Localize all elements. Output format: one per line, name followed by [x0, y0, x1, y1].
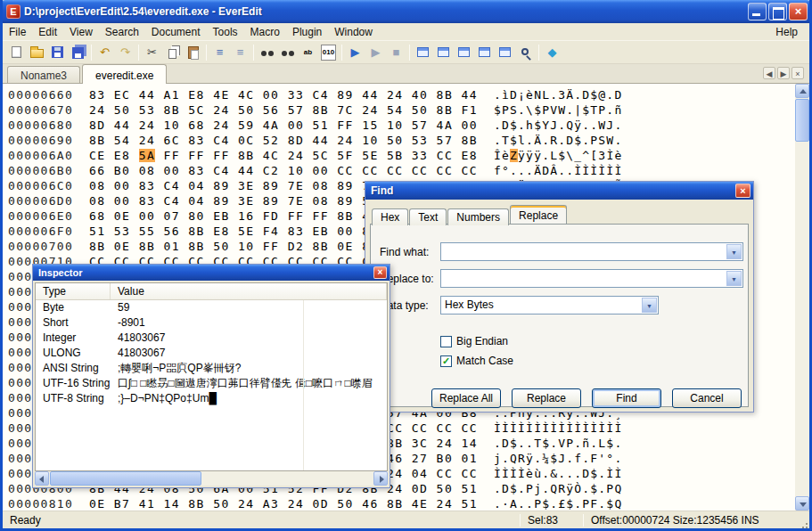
outdent-button[interactable]: ≡: [230, 43, 250, 62]
layout-list-button[interactable]: [413, 43, 433, 62]
plugin-button[interactable]: ◆: [542, 43, 562, 62]
inspector-titlebar[interactable]: Inspector ×: [33, 265, 390, 281]
find-tab-replace[interactable]: Replace: [510, 205, 567, 224]
paste-button[interactable]: [183, 43, 203, 62]
inspector-scroll-left-icon[interactable]: [35, 471, 49, 486]
data-type-combobox[interactable]: Hex Bytes ▼: [440, 296, 659, 315]
inspector-row[interactable]: Short-8901: [36, 315, 387, 331]
inspector-row[interactable]: UTF-8 String;}–D¬PN‡QPo‡Um█: [36, 391, 387, 406]
zoom-button[interactable]: [515, 43, 536, 62]
menu-edit[interactable]: Edit: [32, 24, 63, 40]
menu-view[interactable]: View: [63, 24, 99, 40]
tab-close-icon[interactable]: ×: [791, 67, 804, 79]
layout-columns-button[interactable]: [433, 43, 454, 62]
inspector-row[interactable]: ULONG41803067: [36, 346, 387, 361]
menu-search[interactable]: Search: [99, 24, 145, 40]
scrollbar-thumb[interactable]: [795, 99, 809, 142]
maximize-button[interactable]: [768, 3, 787, 20]
menu-plugin[interactable]: Plugin: [286, 24, 328, 40]
inspector-scroll-thumb[interactable]: [50, 471, 201, 486]
inspector-col-value: Value: [111, 283, 387, 299]
hex-row[interactable]: 000006908B 54 24 6C 83 C4 0C 52 8D 44 24…: [3, 133, 809, 148]
run-macro-button[interactable]: ▶: [345, 43, 365, 62]
inspector-row[interactable]: Integer41803067: [36, 331, 387, 346]
inspector-window: Inspector × Type Value Byte59Short-8901I…: [32, 264, 390, 488]
find-tab-numbers[interactable]: Numbers: [447, 208, 509, 225]
hex-row[interactable]: 0000067024 50 53 8B 5C 24 50 56 57 8B 7C…: [3, 102, 809, 118]
menu-help[interactable]: Help: [769, 24, 804, 40]
new-file-button[interactable]: [6, 43, 27, 62]
hex-row[interactable]: 000008100E B7 41 14 8B 50 24 A3 24 0D 50…: [3, 496, 809, 511]
find-button[interactable]: Find: [592, 388, 661, 408]
undo-button[interactable]: ↶: [94, 43, 115, 62]
tab-noname3[interactable]: Noname3: [7, 66, 80, 83]
find-what-dropdown-icon[interactable]: ▼: [726, 244, 742, 259]
minimize-button[interactable]: [748, 3, 767, 20]
tab-everedit-exe[interactable]: everedit.exe: [82, 64, 167, 84]
row-address: 00000660: [8, 87, 73, 102]
row-hex-bytes: 8D 44 24 10 68 24 59 4A 00 51 FF 15 10 5…: [89, 118, 478, 133]
close-button[interactable]: ×: [789, 3, 808, 20]
menu-file[interactable]: File: [3, 24, 32, 40]
inspector-row[interactable]: ANSI String;轉嬰唎¬P㗊㡶QP峯卌䥺?: [36, 361, 387, 376]
app-icon[interactable]: E: [6, 4, 21, 19]
cut-button[interactable]: ✂: [142, 43, 162, 62]
save-all-button[interactable]: [68, 43, 88, 62]
layout-split-button[interactable]: [495, 43, 515, 62]
tab-scroll-right-icon[interactable]: ▶: [777, 67, 790, 79]
hex-row[interactable]: 000006B066 B0 08 00 83 C4 44 C2 10 00 CC…: [3, 163, 809, 178]
scroll-down-icon[interactable]: [795, 496, 809, 511]
checkbox-match-case[interactable]: ✓Match Case: [440, 355, 513, 367]
hex-row[interactable]: 000006A0CE E8 5A FF FF FF 8B 4C 24 5C 5F…: [3, 148, 809, 163]
hex-row[interactable]: 000006808D 44 24 10 68 24 59 4A 00 51 FF…: [3, 118, 809, 133]
play-macro-button[interactable]: ▶: [365, 43, 386, 62]
inspector-hscrollbar[interactable]: [35, 471, 388, 486]
find-what-combobox[interactable]: ▼: [440, 242, 743, 261]
redo-button[interactable]: ↷: [115, 43, 135, 62]
replace-to-combobox[interactable]: ▼: [440, 269, 743, 288]
find-tab-hex[interactable]: Hex: [372, 208, 408, 225]
row-address: 000006E0: [8, 208, 73, 224]
inspector-column-divider: [303, 300, 304, 470]
open-folder-button[interactable]: [27, 43, 47, 62]
vertical-scrollbar[interactable]: [795, 84, 809, 511]
copy-button[interactable]: [162, 43, 183, 62]
menu-window[interactable]: Window: [328, 24, 379, 40]
replace-button[interactable]: ab: [298, 43, 318, 62]
find-button[interactable]: [257, 43, 277, 62]
row-ascii: f°...ÄDÂ..ÌÌÌÌÌÌ: [494, 163, 622, 178]
replace-to-dropdown-icon[interactable]: ▼: [726, 271, 742, 286]
find-dialog-titlebar[interactable]: Find ×: [365, 182, 753, 200]
layout-rows-button[interactable]: [454, 43, 474, 62]
replace-all-button[interactable]: Replace All: [431, 388, 501, 408]
find-tab-text[interactable]: Text: [409, 208, 447, 225]
save-button[interactable]: [47, 43, 68, 62]
data-type-dropdown-icon[interactable]: ▼: [642, 298, 657, 313]
find-next-button[interactable]: [277, 43, 298, 62]
inspector-row[interactable]: UTF-16 String口ʃ□ □矁昮□圙遨唐濘口茀口徉臂㒗兂 偮□嚒口ㄇ□噤…: [36, 376, 387, 391]
hex-mode-icon: 010: [321, 45, 336, 61]
replace-button[interactable]: Replace: [512, 388, 581, 408]
scroll-up-icon[interactable]: [795, 84, 809, 98]
checkbox-label: Big Endian: [456, 335, 508, 347]
find-dialog-close-icon[interactable]: ×: [735, 184, 750, 198]
menu-document[interactable]: Document: [145, 24, 207, 40]
menu-macro[interactable]: Macro: [244, 24, 286, 40]
hex-mode-button[interactable]: 010: [318, 43, 339, 62]
inspector-close-icon[interactable]: ×: [373, 266, 387, 279]
checkbox-big-endian[interactable]: Big Endian: [440, 335, 508, 347]
paste-icon: [188, 46, 199, 59]
tab-scroll-left-icon[interactable]: ◀: [763, 67, 775, 79]
run-macro-icon: ▶: [351, 45, 360, 60]
resize-grip[interactable]: [796, 513, 809, 527]
stop-macro-button[interactable]: ■: [386, 43, 406, 62]
checkbox-box-icon[interactable]: [440, 336, 452, 347]
checkbox-box-icon[interactable]: ✓: [440, 355, 452, 367]
indent-button[interactable]: ≡: [209, 43, 230, 62]
menu-tools[interactable]: Tools: [207, 24, 244, 40]
cancel-button[interactable]: Cancel: [672, 388, 742, 408]
hex-row[interactable]: 0000066083 EC 44 A1 E8 4E 4C 00 33 C4 89…: [3, 87, 809, 102]
inspector-row[interactable]: Byte59: [36, 300, 387, 315]
inspector-scroll-right-icon[interactable]: [373, 471, 388, 486]
layout-grid-button[interactable]: [474, 43, 495, 62]
